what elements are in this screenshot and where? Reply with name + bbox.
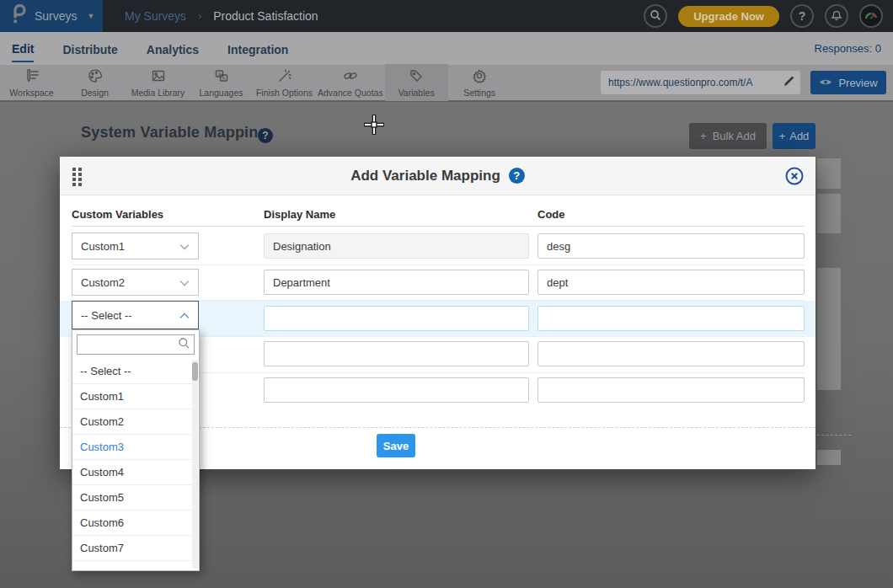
question-mark-icon: ? — [799, 9, 806, 23]
tab-edit[interactable]: Edit — [12, 35, 34, 62]
toolbar-item-languages[interactable]: Aあ Languages — [190, 64, 253, 101]
toolbar-item-media-library[interactable]: Media Library — [126, 64, 190, 101]
variable-select-row2[interactable]: Custom2 — [72, 269, 199, 296]
survey-nav-tabs: Edit Distribute Analytics Integration Re… — [0, 32, 893, 65]
variable-select-row3-open[interactable]: -- Select -- — [72, 301, 199, 329]
toolbar-item-variables[interactable]: Variables — [385, 64, 448, 101]
translate-icon: Aあ — [213, 67, 230, 86]
close-icon[interactable] — [785, 167, 804, 185]
background-remnant — [817, 268, 841, 390]
edit-toolbar: Workspace Design Media Library Aあ Langua… — [0, 65, 893, 102]
product-label: Surveys — [35, 9, 78, 23]
background-remnant — [817, 158, 841, 190]
chevron-down-icon — [179, 276, 190, 289]
display-name-input-row2[interactable] — [264, 270, 529, 295]
dropdown-option-custom5[interactable]: Custom5 — [72, 485, 199, 510]
toolbar-item-settings[interactable]: Settings — [448, 64, 511, 101]
breadcrumb-survey-name: Product Satisfaction — [213, 9, 318, 23]
variable-select-row1[interactable]: Custom1 — [72, 233, 199, 259]
magnifier-icon — [178, 337, 190, 353]
gauge-avatar-icon — [863, 7, 880, 26]
preview-button[interactable]: Preview — [810, 71, 886, 94]
dropdown-option-custom3-highlighted[interactable]: Custom3 — [72, 435, 199, 460]
search-button[interactable] — [644, 4, 667, 28]
help-button[interactable]: ? — [790, 4, 814, 28]
add-button[interactable]: + Add — [773, 123, 815, 149]
questionpro-logo-icon — [11, 4, 26, 28]
dropdown-search-input[interactable] — [83, 339, 178, 350]
image-icon — [150, 67, 167, 86]
eye-icon — [819, 77, 832, 89]
product-switcher[interactable]: Surveys ▼ — [0, 0, 103, 32]
header-rule — [72, 226, 805, 227]
dropdown-option-custom1[interactable]: Custom1 — [72, 384, 199, 409]
dropdown-option-custom6[interactable]: Custom6 — [72, 510, 199, 536]
column-header-code: Code — [537, 208, 565, 221]
dropdown-option-list: -- Select -- Custom1 Custom2 Custom3 Cus… — [72, 359, 199, 561]
magic-wand-icon — [276, 67, 293, 86]
plus-icon: + — [700, 130, 707, 142]
toolbar-item-advance-quotas[interactable]: Advance Quotas — [316, 64, 385, 101]
display-name-input-row1[interactable] — [264, 233, 529, 259]
dropdown-option-custom7[interactable]: Custom7 — [72, 536, 199, 561]
code-input-row2[interactable] — [537, 270, 805, 295]
code-input-row4[interactable] — [537, 341, 805, 366]
dropdown-option-custom4[interactable]: Custom4 — [72, 460, 199, 485]
toolbar-item-design[interactable]: Design — [63, 64, 126, 101]
survey-url: https://www.questionpro.com/t/A — [608, 77, 779, 88]
bell-icon — [831, 8, 842, 24]
dropdown-scrollbar-thumb[interactable] — [192, 362, 198, 381]
tab-distribute[interactable]: Distribute — [62, 36, 117, 61]
bulk-add-button[interactable]: + Bulk Add — [689, 123, 767, 149]
save-button[interactable]: Save — [377, 434, 415, 457]
dropdown-option-select[interactable]: -- Select -- — [72, 359, 199, 384]
search-icon — [650, 9, 661, 24]
column-header-display-name: Display Name — [264, 208, 335, 221]
tab-analytics[interactable]: Analytics — [147, 36, 199, 61]
display-name-input-row5[interactable] — [264, 377, 529, 403]
modal-title: Add Variable Mapping — [350, 168, 500, 184]
toolbar-item-finish-options[interactable]: Finish Options — [253, 64, 316, 101]
modal-header: Add Variable Mapping ? — [60, 157, 815, 195]
code-input-row5[interactable] — [537, 377, 805, 403]
code-input-row1[interactable] — [537, 233, 805, 259]
survey-url-box: https://www.questionpro.com/t/A — [601, 71, 800, 94]
breadcrumb-separator-icon: › — [198, 10, 201, 22]
display-name-input-row4[interactable] — [264, 341, 529, 366]
modal-help-icon[interactable]: ? — [509, 168, 525, 184]
breadcrumb: My Surveys › Product Satisfaction — [125, 9, 318, 23]
background-dashed-line — [817, 435, 851, 436]
account-menu-button[interactable] — [859, 4, 883, 28]
column-header-custom-variables: Custom Variables — [72, 208, 163, 221]
page-title: System Variable Mapping — [81, 124, 268, 142]
notifications-button[interactable] — [825, 4, 848, 28]
breadcrumb-my-surveys[interactable]: My Surveys — [125, 9, 186, 23]
background-remnant — [817, 450, 841, 465]
palette-icon — [87, 67, 104, 86]
page-help-icon[interactable]: ? — [258, 128, 273, 143]
gear-icon — [471, 67, 488, 86]
tab-integration[interactable]: Integration — [227, 36, 288, 61]
workspace-icon — [24, 67, 40, 86]
chevron-up-icon — [179, 309, 190, 322]
responses-count: Responses: 0 — [815, 42, 893, 55]
dropdown-search-box — [77, 334, 195, 355]
code-input-row3[interactable] — [537, 306, 805, 331]
svg-text:A: A — [222, 76, 225, 81]
row-separator — [72, 265, 805, 265]
edit-url-pencil-icon[interactable] — [783, 75, 795, 91]
plus-icon: + — [779, 130, 786, 142]
dropdown-scrollbar[interactable] — [192, 360, 198, 569]
background-remnant — [817, 194, 841, 233]
drag-handle-icon[interactable] — [72, 167, 83, 190]
tag-icon — [408, 67, 425, 86]
variable-dropdown-panel: -- Select -- Custom1 Custom2 Custom3 Cus… — [72, 329, 200, 571]
topbar-actions: Upgrade Now ? — [644, 4, 893, 28]
chain-links-icon — [342, 67, 359, 86]
display-name-input-row3[interactable] — [264, 306, 529, 331]
toolbar-item-workspace[interactable]: Workspace — [0, 64, 63, 101]
chevron-down-icon: ▼ — [88, 12, 95, 20]
dropdown-option-custom2[interactable]: Custom2 — [72, 409, 199, 435]
upgrade-now-button[interactable]: Upgrade Now — [678, 6, 779, 27]
svg-text:あ: あ — [217, 71, 222, 77]
